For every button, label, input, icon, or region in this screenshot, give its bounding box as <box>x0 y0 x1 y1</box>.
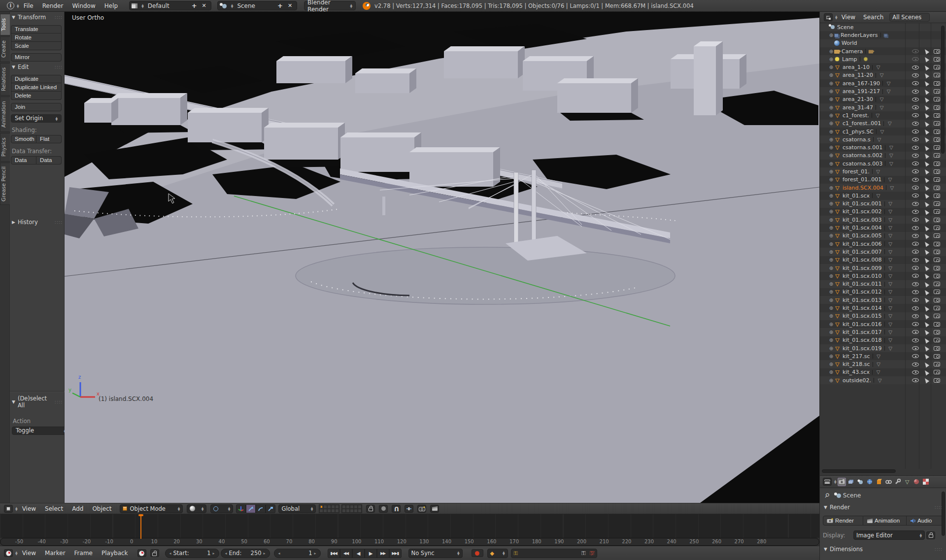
renderability-camera-icon[interactable] <box>934 49 940 54</box>
outliner-row[interactable]: ⊕▽c1_phys.SC▽ <box>820 128 946 135</box>
renderability-camera-icon[interactable] <box>934 218 940 222</box>
frame-end-field[interactable]: ◂End: 250▸ <box>221 549 270 558</box>
display-lock-icon[interactable] <box>926 531 935 539</box>
renderability-camera-icon[interactable] <box>934 242 940 246</box>
object-name[interactable]: kit_01.scx.008 <box>843 257 882 263</box>
selectability-cursor-icon[interactable] <box>923 313 929 319</box>
visibility-eye-icon[interactable] <box>912 330 919 334</box>
object-name[interactable]: csatorna.s.002 <box>843 152 882 159</box>
visibility-eye-icon[interactable] <box>912 322 919 326</box>
expand-icon[interactable]: ⊕ <box>828 233 834 238</box>
opengl-render-icon[interactable] <box>417 505 426 513</box>
layer-cell[interactable] <box>346 505 350 509</box>
renderability-camera-icon[interactable] <box>934 330 940 334</box>
tab-world-properties[interactable] <box>866 478 874 486</box>
expand-icon[interactable]: ⊕ <box>828 257 834 263</box>
vp-menu-view[interactable]: View <box>18 503 40 515</box>
selectability-cursor-icon[interactable] <box>923 96 929 102</box>
object-name[interactable]: kit_01.scx.019 <box>843 345 882 352</box>
render-still-button[interactable]: Render <box>823 516 863 526</box>
renderability-camera-icon[interactable] <box>934 177 940 182</box>
expand-icon[interactable]: ⊕ <box>828 89 834 94</box>
selectability-cursor-icon[interactable] <box>923 112 929 119</box>
object-name[interactable]: area_191-217 <box>843 88 880 95</box>
snap-element-icon[interactable] <box>405 505 413 513</box>
expand-icon[interactable]: ⊕ <box>828 145 834 150</box>
timeline-track-area[interactable] <box>0 514 819 538</box>
tab-physics[interactable]: Physics <box>0 133 10 162</box>
visibility-eye-icon[interactable] <box>912 306 919 310</box>
breadcrumb-scene[interactable]: Scene <box>843 492 861 499</box>
object-name[interactable]: kit_01.scx.001 <box>843 200 882 207</box>
data-layout-button[interactable]: Data Layo <box>36 156 62 165</box>
selectability-cursor-icon[interactable] <box>923 353 929 360</box>
outliner-editor-type-icon[interactable] <box>824 13 833 21</box>
layers-grid-1[interactable] <box>319 504 339 513</box>
selectability-cursor-icon[interactable] <box>923 64 929 70</box>
object-name[interactable]: kit_01.scx.009 <box>843 265 882 271</box>
renderability-camera-icon[interactable] <box>934 354 940 359</box>
visibility-eye-icon[interactable] <box>912 186 919 190</box>
selectability-cursor-icon[interactable] <box>923 104 929 111</box>
rotate-button[interactable]: Rotate <box>11 33 62 42</box>
object-name[interactable]: kit_01.scx.016 <box>843 321 882 328</box>
visibility-eye-icon[interactable] <box>912 169 919 173</box>
selectability-cursor-icon[interactable] <box>923 345 929 352</box>
selectability-cursor-icon[interactable] <box>923 337 929 343</box>
timeline-ruler[interactable]: -50-40-30-20-100102030405060708090100110… <box>0 538 819 546</box>
expand-icon[interactable]: ⊕ <box>828 362 834 367</box>
expand-icon[interactable]: ⊕ <box>828 161 834 166</box>
tab-modifiers[interactable] <box>894 478 902 486</box>
layout-selector[interactable]: ▲▼ Default + ✕ <box>129 1 211 10</box>
object-name[interactable]: kit_218.sc <box>843 361 870 367</box>
visibility-eye-icon[interactable] <box>912 146 919 150</box>
selectability-cursor-icon[interactable] <box>923 249 929 255</box>
object-name[interactable]: kit_01.scx.014 <box>843 305 882 311</box>
outliner-row[interactable]: ⊕▽kit_01.scx.005▽ <box>820 232 946 240</box>
expand-icon[interactable]: ⊕ <box>828 329 834 335</box>
renderability-camera-icon[interactable] <box>934 121 940 126</box>
selectability-cursor-icon[interactable] <box>923 120 929 127</box>
keying-set-dropdown[interactable]: ◆ ▲▼ <box>487 549 508 558</box>
prev-keyframe-button[interactable]: ◀◀ <box>340 549 352 558</box>
outliner-row[interactable]: ⊕▽outside02.▽ <box>820 376 946 384</box>
object-name[interactable]: kit_01.scx.017 <box>843 329 882 335</box>
expand-icon[interactable]: ⊕ <box>828 97 834 102</box>
mode-dropdown[interactable]: Object Mode ▲▼ <box>120 504 183 513</box>
manipulator-translate-icon[interactable] <box>246 504 256 513</box>
visibility-eye-icon[interactable] <box>912 274 919 278</box>
properties-vertical-scrollbar[interactable] <box>942 492 945 536</box>
mirror-button[interactable]: Mirror <box>11 53 62 62</box>
outliner-row[interactable]: ⊕▽csatorna.s.002▽ <box>820 152 946 160</box>
outliner-row[interactable]: ⊕▽area_11-20▽ <box>820 71 946 79</box>
visibility-eye-icon[interactable] <box>912 338 919 342</box>
selectability-cursor-icon[interactable] <box>923 232 929 239</box>
auto-keyframe-record-icon[interactable] <box>472 549 483 557</box>
join-button[interactable]: Join <box>11 103 62 111</box>
object-name[interactable]: c1_phys.SC <box>843 129 874 135</box>
panel-drag-handle[interactable]: :::: <box>55 65 63 69</box>
expand-icon[interactable]: ⊕ <box>828 313 834 319</box>
shade-smooth-button[interactable]: Smooth <box>11 135 36 143</box>
outliner-row[interactable]: ⊕▽area_1-10▽ <box>820 63 946 71</box>
renderability-camera-icon[interactable] <box>934 73 940 77</box>
object-name[interactable]: kit_01.scx.010 <box>843 273 882 279</box>
shade-flat-button[interactable]: Flat <box>36 135 62 143</box>
renderability-camera-icon[interactable] <box>934 226 940 230</box>
expand-icon[interactable]: ⊕ <box>828 177 834 182</box>
object-name[interactable]: kit_43.scx <box>843 369 870 375</box>
visibility-eye-icon[interactable] <box>912 242 919 246</box>
expand-icon[interactable]: ⊕ <box>828 322 834 327</box>
outliner-row[interactable]: ⊕▽area_31-47▽ <box>820 103 946 111</box>
vp-menu-object[interactable]: Object <box>88 503 116 515</box>
layer-cell[interactable] <box>342 505 346 509</box>
selectability-cursor-icon[interactable] <box>923 225 929 231</box>
outliner-row[interactable]: ⊕▽kit_01.scx.006▽ <box>820 240 946 248</box>
renderability-camera-icon[interactable] <box>934 314 940 318</box>
expand-icon[interactable]: ⊕ <box>828 281 834 287</box>
layer-cell[interactable] <box>327 509 331 513</box>
object-name[interactable]: RenderLayers <box>841 32 878 38</box>
renderability-camera-icon[interactable] <box>934 201 940 206</box>
outliner-horizontal-scrollbar[interactable] <box>822 469 896 473</box>
outliner-row[interactable]: ⊕World <box>820 39 946 47</box>
